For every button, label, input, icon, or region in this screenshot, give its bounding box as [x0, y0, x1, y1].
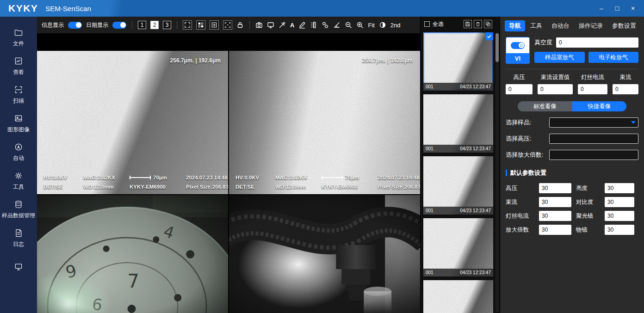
default-hv-input[interactable]	[539, 183, 571, 193]
sidebar-item-tools[interactable]: 工具	[0, 166, 37, 195]
vent-gun-button[interactable]: 电子枪放气	[588, 52, 639, 63]
date-display-toggle[interactable]	[112, 22, 126, 29]
thumbnail-id: 001	[426, 270, 433, 275]
select-mag-row: 选择放大倍数:	[506, 150, 638, 160]
close-button[interactable]: ×	[626, 3, 639, 14]
viewport-sem-2[interactable]: 256.7μm. | 192.6μm HV:0.0KV MAG:2.82KX 7…	[229, 33, 420, 194]
sidebar-item-view[interactable]: 查看	[0, 52, 37, 80]
default-mag-input[interactable]	[539, 225, 571, 235]
angle-measure-icon[interactable]	[333, 21, 341, 29]
beam-set-label: 束流设置值	[538, 74, 573, 81]
delete-icon[interactable]	[474, 20, 482, 28]
tab-navigation[interactable]: 导航	[505, 20, 525, 31]
defaults-section-title: 默认参数设置	[506, 169, 638, 177]
hv-select-input[interactable]	[549, 134, 638, 144]
sample-dropdown[interactable]	[549, 117, 638, 128]
sidebar-item-log[interactable]: 日志	[0, 224, 37, 252]
folder-icon	[14, 28, 23, 37]
capture-camera-icon[interactable]	[255, 21, 263, 29]
zoom-in-icon[interactable]	[356, 21, 364, 29]
ruler-measure-icon[interactable]	[310, 21, 317, 29]
scalebar-label: 70μm	[345, 175, 359, 180]
mag-readout: MAG:2.82KX	[83, 175, 130, 180]
thumbnail-item[interactable]: 001 04/23 12:23:47	[423, 218, 493, 276]
annotation-tools-icon[interactable]	[279, 21, 286, 29]
info-display-label: 信息显示	[42, 21, 64, 29]
standard-imaging-button[interactable]: 标准看像	[518, 101, 572, 111]
thumbnail-caption: 001 04/23 12:23:47	[423, 207, 493, 215]
vacuum-input[interactable]	[556, 37, 638, 48]
sidebar-item-label: 日志	[13, 240, 24, 248]
sidebar-item-more[interactable]	[0, 252, 37, 281]
second-display-button[interactable]: 2nd	[390, 22, 401, 29]
dither-grid-icon[interactable]	[196, 20, 205, 30]
sidebar-item-file[interactable]: 文件	[0, 23, 37, 52]
default-beam-input[interactable]	[539, 197, 571, 207]
sidebar-item-sample-data[interactable]: 样品数据管理	[0, 195, 37, 224]
tab-operation-log[interactable]: 操作记录	[575, 20, 607, 31]
sidebar-item-image[interactable]: 图形图像	[0, 109, 37, 138]
vi-toggle[interactable]	[511, 42, 525, 49]
text-tool-icon[interactable]: A	[290, 22, 294, 29]
viewport-sem-1[interactable]: 256.7μm. | 192.6μm HV:0.0KV MAG:2.82KX 7…	[37, 33, 228, 194]
tab-parameter-settings[interactable]: 参数设置	[608, 20, 640, 31]
default-contrast-input[interactable]	[605, 197, 634, 207]
layout-2-button[interactable]: 2	[150, 21, 159, 29]
scalebar: 70μm	[130, 175, 186, 180]
sidebar: 文件 查看 扫描 图形图像 自动 工具	[0, 17, 37, 313]
scrollbar-thumb[interactable]	[495, 33, 499, 62]
tab-tools[interactable]: 工具	[526, 20, 546, 31]
thumbnail-actions	[464, 20, 492, 28]
sidebar-item-scan[interactable]: 扫描	[0, 80, 37, 109]
thumbnail-scrollbar[interactable]	[495, 32, 499, 312]
default-filament-input[interactable]	[539, 211, 571, 221]
sem-info-overlay: HV:0.0KV MAG:2.82KX 70μm 2024.07.23 14:4…	[235, 173, 420, 191]
vent-chamber-button[interactable]: 样品室放气	[534, 52, 585, 63]
default-objective-input[interactable]	[605, 225, 634, 235]
minimize-button[interactable]: –	[595, 3, 608, 14]
contrast-icon[interactable]	[379, 21, 386, 29]
filament-current-input[interactable]	[578, 84, 607, 94]
default-condenser-input[interactable]	[605, 211, 634, 221]
beam-set-input[interactable]	[538, 84, 573, 94]
sidebar-item-label: 样品数据管理	[2, 212, 35, 219]
display-icon[interactable]	[267, 21, 274, 29]
info-display-toggle[interactable]	[68, 22, 82, 29]
pixel-size-readout: Pixel Size:206.836nm	[186, 184, 228, 190]
viewport-chamber-camera-2[interactable]	[229, 195, 420, 313]
tab-auto-stage[interactable]: 自动台	[547, 20, 574, 31]
center-marker-icon[interactable]	[223, 20, 232, 30]
shapes-icon[interactable]	[322, 21, 329, 29]
mag-select-input[interactable]	[549, 150, 638, 160]
beam-current-input[interactable]	[613, 84, 638, 94]
save-icon[interactable]	[464, 20, 472, 28]
vacuum-label: 真空度	[534, 38, 552, 47]
thumbnail-panel: 全选 001 04/23 12:23:47	[420, 17, 500, 313]
section-accent-bar	[506, 170, 507, 176]
expand-view-icon[interactable]	[183, 20, 192, 30]
default-brightness-input[interactable]	[605, 183, 634, 193]
thumbnail-item[interactable]: 001 04/23 12:23:47	[423, 32, 493, 91]
crosshair-box-icon[interactable]	[210, 20, 219, 30]
thumbnail-item[interactable]: 001 04/23 12:23:47	[423, 94, 493, 153]
lock-icon[interactable]	[236, 21, 244, 29]
viewport-chamber-camera-1[interactable]: 4 7 9 6	[37, 195, 228, 313]
hv-input[interactable]	[506, 84, 533, 94]
zoom-out-icon[interactable]	[345, 21, 352, 29]
layout-3-button[interactable]: 3	[163, 21, 171, 29]
thumbnail-item[interactable]: 001 04/23 12:23:47	[423, 280, 493, 313]
select-all-checkbox[interactable]	[424, 21, 430, 27]
compare-icon[interactable]	[484, 20, 492, 28]
thumbnail-item[interactable]: 001 04/23 12:23:47	[423, 156, 493, 215]
pen-tool-icon[interactable]	[298, 21, 306, 29]
quick-imaging-button[interactable]: 快捷看像	[572, 101, 627, 111]
maximize-button[interactable]: □	[611, 3, 624, 14]
fit-button[interactable]: Fit	[368, 22, 374, 29]
sidebar-item-auto[interactable]: 自动	[0, 138, 37, 166]
layout-1-button[interactable]: 1	[138, 21, 146, 29]
thumbnail-shading	[423, 94, 493, 153]
panel-content: VI 真空度 样品室放气 电子枪放气 高压 束流设置值 灯丝电流	[500, 31, 644, 313]
default-filament-label: 灯丝电流	[506, 212, 534, 220]
hv-label: 高压	[506, 74, 533, 81]
vi-vacuum-button[interactable]: VI	[506, 37, 530, 64]
